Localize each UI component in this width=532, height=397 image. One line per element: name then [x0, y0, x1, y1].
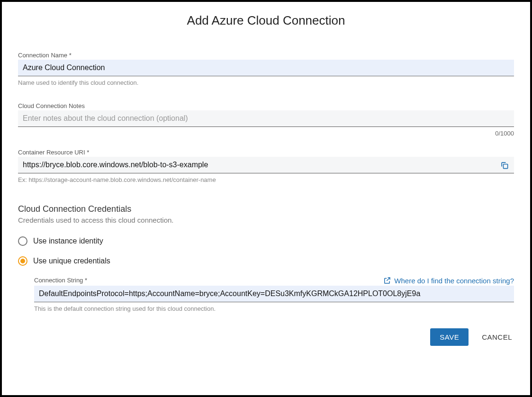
connection-name-help: Name used to identify this cloud connect…	[18, 79, 514, 86]
connection-name-input[interactable]	[18, 60, 514, 76]
container-uri-label: Container Resource URI *	[18, 149, 514, 156]
external-link-icon	[383, 276, 391, 285]
credentials-subheading: Credentials used to access this cloud co…	[18, 216, 514, 224]
radio-instance-label: Use instance identity	[33, 237, 103, 245]
radio-unique-label: Use unique credentials	[33, 257, 110, 265]
notes-char-counter: 0/1000	[495, 130, 514, 137]
connection-string-help-link-text: Where do I find the connection string?	[394, 277, 514, 285]
connection-string-help: This is the default connection string us…	[34, 305, 514, 312]
notes-input[interactable]	[18, 110, 514, 127]
form-area: Connection Name * Name used to identify …	[18, 52, 514, 346]
connection-name-label: Connection Name *	[18, 52, 514, 59]
save-button[interactable]: SAVE	[430, 328, 469, 346]
svg-rect-0	[504, 164, 508, 168]
notes-label: Cloud Connection Notes	[18, 102, 514, 109]
connection-string-group: Connection String * Where do I find the …	[34, 276, 514, 312]
radio-button-icon	[18, 256, 27, 266]
button-bar: SAVE CANCEL	[18, 328, 514, 346]
radio-unique-credentials[interactable]: Use unique credentials	[18, 256, 514, 266]
container-uri-input[interactable]	[18, 157, 514, 173]
credentials-heading: Cloud Connection Credentials	[18, 204, 514, 214]
container-uri-help: Ex: https://storage-account-name.blob.co…	[18, 176, 514, 183]
connection-name-group: Connection Name * Name used to identify …	[18, 52, 514, 86]
cancel-button[interactable]: CANCEL	[480, 328, 514, 346]
connection-string-help-link[interactable]: Where do I find the connection string?	[383, 276, 514, 285]
radio-instance-identity[interactable]: Use instance identity	[18, 236, 514, 246]
copy-icon[interactable]	[500, 161, 509, 170]
radio-button-icon	[18, 236, 27, 246]
connection-string-label: Connection String *	[34, 277, 87, 284]
dialog-title: Add Azure Cloud Connection	[18, 13, 514, 28]
notes-group: Cloud Connection Notes 0/1000	[18, 102, 514, 127]
connection-string-input[interactable]	[34, 286, 514, 302]
container-uri-group: Container Resource URI * Ex: https://sto…	[18, 149, 514, 183]
